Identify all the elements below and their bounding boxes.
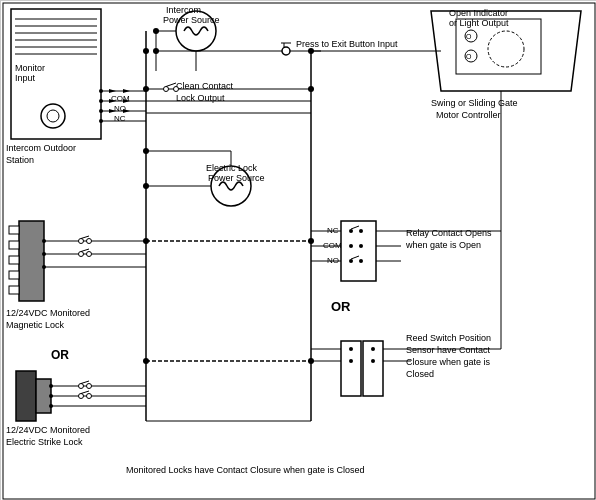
svg-point-113 <box>349 259 353 263</box>
svg-text:O: O <box>466 53 472 60</box>
svg-text:Swing or Sliding Gate: Swing or Sliding Gate <box>431 98 518 108</box>
svg-rect-98 <box>341 221 376 281</box>
svg-point-153 <box>153 48 159 54</box>
svg-text:OR: OR <box>51 348 69 362</box>
svg-point-51 <box>164 87 169 92</box>
svg-text:Monitored Locks have Contact C: Monitored Locks have Contact Closure whe… <box>126 465 365 475</box>
svg-text:Electric Lock: Electric Lock <box>206 163 258 173</box>
svg-rect-63 <box>9 256 19 264</box>
svg-text:Monitor: Monitor <box>15 63 45 73</box>
svg-text:Station: Station <box>6 155 34 165</box>
svg-point-149 <box>308 86 314 92</box>
svg-text:12/24VDC Monitored: 12/24VDC Monitored <box>6 425 90 435</box>
svg-point-161 <box>143 358 149 364</box>
svg-text:OR: OR <box>331 299 351 314</box>
svg-text:Closed: Closed <box>406 369 434 379</box>
svg-text:Relay Contact Opens: Relay Contact Opens <box>406 228 492 238</box>
svg-text:Intercom: Intercom <box>166 5 201 15</box>
svg-text:Power Source: Power Source <box>163 15 220 25</box>
svg-point-151 <box>143 48 149 54</box>
svg-point-150 <box>143 86 149 92</box>
svg-text:Intercom Outdoor: Intercom Outdoor <box>6 143 76 153</box>
svg-text:Press to Exit Button Input: Press to Exit Button Input <box>296 39 398 49</box>
svg-rect-62 <box>9 241 19 249</box>
svg-point-121 <box>349 347 353 351</box>
svg-point-162 <box>308 238 314 244</box>
svg-rect-64 <box>9 271 19 279</box>
svg-text:Power Source: Power Source <box>208 173 265 183</box>
svg-text:when gate is Open: when gate is Open <box>405 240 481 250</box>
svg-rect-81 <box>16 371 36 421</box>
svg-point-148 <box>308 48 314 54</box>
svg-point-94 <box>87 394 92 399</box>
svg-text:Reed Switch Position: Reed Switch Position <box>406 333 491 343</box>
svg-point-72 <box>79 239 84 244</box>
svg-point-10 <box>47 110 59 122</box>
svg-point-74 <box>87 239 92 244</box>
svg-point-152 <box>153 28 159 34</box>
svg-point-36 <box>282 47 290 55</box>
svg-text:NO: NO <box>114 104 126 113</box>
svg-point-108 <box>349 229 353 233</box>
svg-point-123 <box>371 347 375 351</box>
svg-point-163 <box>308 358 314 364</box>
svg-text:Magnetic Lock: Magnetic Lock <box>6 320 65 330</box>
svg-point-53 <box>174 87 179 92</box>
svg-text:Sensor have Contact: Sensor have Contact <box>406 345 491 355</box>
svg-text:Input: Input <box>15 73 36 83</box>
svg-point-75 <box>79 252 84 257</box>
svg-point-158 <box>143 148 149 154</box>
svg-rect-65 <box>9 286 19 294</box>
svg-text:Electric Strike Lock: Electric Strike Lock <box>6 437 83 447</box>
svg-point-77 <box>87 252 92 257</box>
svg-text:NC: NC <box>114 114 126 123</box>
svg-point-92 <box>79 394 84 399</box>
svg-text:COM: COM <box>111 94 130 103</box>
svg-point-159 <box>143 183 149 189</box>
svg-point-124 <box>371 359 375 363</box>
svg-point-91 <box>87 384 92 389</box>
svg-text:Motor Controller: Motor Controller <box>436 110 501 120</box>
svg-point-160 <box>143 238 149 244</box>
svg-point-122 <box>349 359 353 363</box>
svg-point-112 <box>359 244 363 248</box>
svg-rect-61 <box>9 226 19 234</box>
svg-text:Open Indicator: Open Indicator <box>449 8 508 18</box>
svg-point-111 <box>349 244 353 248</box>
svg-point-115 <box>359 259 363 263</box>
wiring-diagram: Monitor Input Intercom Outdoor Station <box>0 0 596 500</box>
svg-text:O: O <box>466 33 472 40</box>
svg-point-89 <box>79 384 84 389</box>
svg-point-110 <box>359 229 363 233</box>
svg-text:Closure when gate is: Closure when gate is <box>406 357 491 367</box>
svg-text:12/24VDC Monitored: 12/24VDC Monitored <box>6 308 90 318</box>
svg-rect-82 <box>36 379 51 413</box>
svg-rect-60 <box>19 221 44 301</box>
svg-text:or Light Output: or Light Output <box>449 18 509 28</box>
